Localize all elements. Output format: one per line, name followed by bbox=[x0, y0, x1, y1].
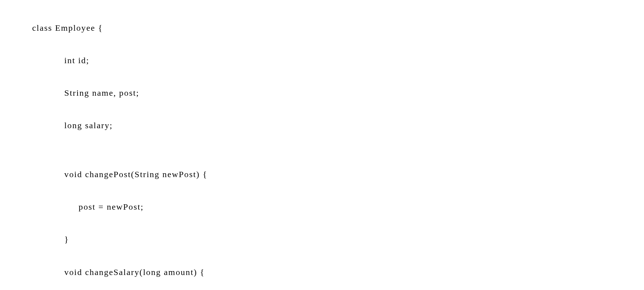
code-line: int id; bbox=[32, 52, 630, 69]
code-line: long salary; bbox=[32, 118, 630, 134]
code-line: String name, post; bbox=[32, 85, 630, 101]
code-line: } bbox=[32, 231, 630, 248]
code-line: class Employee { bbox=[32, 20, 630, 36]
code-line: post = newPost; bbox=[32, 199, 630, 215]
code-block: class Employee { int id; String name, po… bbox=[0, 0, 644, 290]
code-line: void changeSalary(long amount) { bbox=[32, 264, 630, 281]
code-line: void changePost(String newPost) { bbox=[32, 166, 630, 183]
